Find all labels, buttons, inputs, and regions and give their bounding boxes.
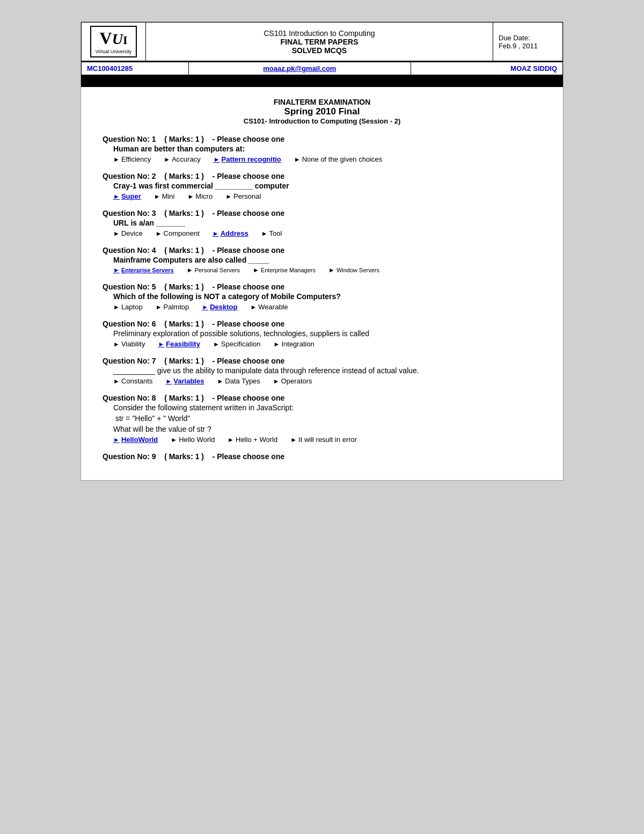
email-link[interactable]: moaaz.pk@gmail.com xyxy=(189,62,411,75)
q6-text: Preliminary exploration of possible solu… xyxy=(103,329,541,338)
question-7: Question No: 7 ( Marks: 1 ) - Please cho… xyxy=(103,357,541,385)
arrow-icon: ► xyxy=(273,378,280,385)
arrow-icon: ► xyxy=(154,193,160,200)
q3-marks: ( Marks: 1 ) xyxy=(164,209,204,217)
solved-mcqs: SOLVED MCQS xyxy=(151,46,487,55)
q7-options: ► Constants ► Variables ► Data Types ► O… xyxy=(103,377,541,385)
arrow-icon: ► xyxy=(113,230,120,237)
q1-opt1: ► Efficiency xyxy=(113,155,151,163)
header-center: CS101 Introduction to Computing FINAL TE… xyxy=(146,23,493,62)
q2-opt4: ► Personal xyxy=(225,192,261,200)
arrow-icon: ► xyxy=(158,340,164,348)
q4-options: ► Enterprise Servers ► Personal Servers … xyxy=(103,266,541,274)
q9-header: Question No: 9 ( Marks: 1 ) - Please cho… xyxy=(103,452,541,461)
arrow-icon: ► xyxy=(202,303,208,311)
q7-opt2-link[interactable]: Variables xyxy=(173,377,204,385)
q5-opt4: ► Wearable xyxy=(250,303,288,311)
header-table: VUI Virtual University CS101 Introductio… xyxy=(81,22,563,62)
q8-opt2: ► Hello World xyxy=(171,436,215,444)
arrow-icon: ► xyxy=(113,303,120,311)
question-5: Question No: 5 ( Marks: 1 ) - Please cho… xyxy=(103,282,541,311)
q2-header: Question No: 2 ( Marks: 1 ) - Please cho… xyxy=(103,172,541,180)
arrow-icon: ► xyxy=(294,156,301,163)
arrow-icon: ► xyxy=(217,378,223,385)
arrow-icon: ► xyxy=(164,156,170,163)
q6-opt2: ► Feasibility xyxy=(158,340,200,348)
arrow-icon: ► xyxy=(328,266,335,274)
course-title: CS101 Introduction to Computing xyxy=(151,29,487,38)
q1-opt3: ► Pattern recognitio xyxy=(214,155,281,163)
exam-course: CS101- Introduction to Computing (Sessio… xyxy=(103,117,541,125)
arrow-icon: ► xyxy=(213,340,219,348)
q3-header: Question No: 3 ( Marks: 1 ) - Please cho… xyxy=(103,209,541,217)
q6-opt2-link[interactable]: Feasibility xyxy=(166,340,200,348)
q6-instruction: - Please choose one xyxy=(213,320,285,328)
q6-number: Question No: 6 xyxy=(103,320,156,328)
q3-opt2: ► Component xyxy=(156,229,200,237)
q4-instruction: - Please choose one xyxy=(213,246,285,255)
q5-opt3: ► Desktop xyxy=(202,303,237,311)
q1-opt3-link[interactable]: Pattern recognitio xyxy=(222,155,281,163)
q7-text: __________ give us the ability to manipu… xyxy=(103,366,541,375)
q3-number: Question No: 3 xyxy=(103,209,156,217)
q4-opt1-link[interactable]: Enterprise Servers xyxy=(121,267,174,273)
q2-opt1: ► Super xyxy=(113,192,141,200)
q2-text: Cray-1 was first commercial _________ co… xyxy=(103,182,541,190)
arrow-icon: ► xyxy=(290,436,297,444)
q4-opt2: ► Personal Servers xyxy=(187,266,240,274)
q8-number: Question No: 8 xyxy=(103,394,156,402)
q4-opt4: ► Window Servers xyxy=(328,266,379,274)
q8-opt1-link[interactable]: HelloWorld xyxy=(121,436,158,444)
q8-subtext2: What will be the value of str ? xyxy=(103,425,541,433)
q7-opt4: ► Operators xyxy=(273,377,312,385)
q9-marks: ( Marks: 1 ) xyxy=(164,452,204,461)
black-bar xyxy=(81,75,563,87)
q1-number: Question No: 1 xyxy=(103,135,156,143)
content: FINALTERM EXAMINATION Spring 2010 Final … xyxy=(81,87,563,480)
q4-opt1: ► Enterprise Servers xyxy=(113,266,174,274)
arrow-icon: ► xyxy=(274,340,280,348)
q5-opt3-link[interactable]: Desktop xyxy=(210,303,237,311)
arrow-icon: ► xyxy=(228,436,234,444)
question-8: Question No: 8 ( Marks: 1 ) - Please cho… xyxy=(103,394,541,444)
q4-header: Question No: 4 ( Marks: 1 ) - Please cho… xyxy=(103,246,541,255)
due-date: Feb.9 , 2011 xyxy=(499,42,557,50)
arrow-icon: ► xyxy=(113,266,120,274)
paper-type: FINAL TERM PAPERS xyxy=(151,38,487,46)
arrow-icon: ► xyxy=(250,303,257,311)
q1-opt2: ► Accuracy xyxy=(164,155,200,163)
logo-box: VUI Virtual University xyxy=(90,26,137,57)
logo-cell: VUI Virtual University xyxy=(82,23,146,62)
q4-opt3: ► Enterprise Managers xyxy=(253,266,316,274)
q7-opt2: ► Variables xyxy=(165,377,204,385)
q8-marks: ( Marks: 1 ) xyxy=(164,394,204,402)
email-anchor[interactable]: moaaz.pk@gmail.com xyxy=(263,64,336,72)
q8-opt4: ► It will result in error xyxy=(290,436,357,444)
q6-options: ► Viability ► Feasibility ► Specificatio… xyxy=(103,340,541,348)
arrow-icon: ► xyxy=(213,230,219,237)
q1-header: Question No: 1 ( Marks: 1 ) - Please cho… xyxy=(103,135,541,143)
q3-options: ► Device ► Component ► Address ► Tool xyxy=(103,229,541,237)
q4-number: Question No: 4 xyxy=(103,246,156,255)
arrow-icon: ► xyxy=(187,266,193,274)
q5-options: ► Laptop ► Palmtop ► Desktop ► Wearable xyxy=(103,303,541,311)
q7-instruction: - Please choose one xyxy=(213,357,285,365)
arrow-icon: ► xyxy=(113,340,120,348)
q2-number: Question No: 2 xyxy=(103,172,156,180)
q5-instruction: - Please choose one xyxy=(213,282,285,291)
arrow-icon: ► xyxy=(156,230,162,237)
q7-number: Question No: 7 xyxy=(103,357,156,365)
q1-options: ► Efficiency ► Accuracy ► Pattern recogn… xyxy=(103,155,541,163)
exam-header: FINALTERM EXAMINATION Spring 2010 Final … xyxy=(103,98,541,125)
q3-opt3-link[interactable]: Address xyxy=(221,229,248,237)
q8-options: ► HelloWorld ► Hello World ► Hello + Wor… xyxy=(103,436,541,444)
q3-instruction: - Please choose one xyxy=(213,209,285,217)
q2-opt1-link[interactable]: Super xyxy=(121,192,141,200)
q5-text: Which of the following is NOT a category… xyxy=(103,292,541,301)
q4-text: Mainframe Computers are also called ____… xyxy=(103,256,541,264)
q7-opt3: ► Data Types xyxy=(217,377,260,385)
q3-opt1: ► Device xyxy=(113,229,143,237)
q3-text: URL is a/an _______ xyxy=(103,219,541,227)
q1-instruction: - Please choose one xyxy=(213,135,285,143)
q1-text: Human are better than computers at: xyxy=(103,144,541,153)
